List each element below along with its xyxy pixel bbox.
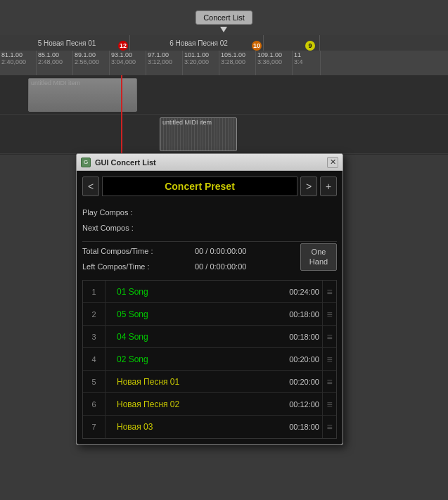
song-row[interactable]: 7Новая 0300:18:00≡ <box>83 416 336 438</box>
ruler-mark-8: 109.1.00 3:36,000 <box>256 51 293 75</box>
concert-list-button[interactable]: Concert List <box>196 11 252 25</box>
song-list: 101 Song00:24:00≡205 Song00:18:00≡304 So… <box>82 280 337 439</box>
ruler-mark-3: 89.1.00 2:56,000 <box>73 51 110 75</box>
ruler-mark-9: 11 3:4 <box>293 51 321 75</box>
total-compos-value: 00 / 0:00:00:00 <box>195 247 246 255</box>
song-handle-icon[interactable]: ≡ <box>322 371 336 392</box>
next-compos-row: Next Compos : <box>82 220 337 236</box>
song-color-bar <box>105 393 111 415</box>
preset-name: Concert Preset <box>165 181 235 192</box>
song-name: Новая 03 <box>114 422 273 432</box>
prev-preset-button[interactable]: < <box>82 177 99 196</box>
play-compos-row: Play Compos : <box>82 205 337 220</box>
add-preset-button[interactable]: + <box>320 177 337 196</box>
song-color-bar <box>105 416 111 438</box>
modal-content: < Concert Preset > + Play Compos : Next … <box>77 171 343 444</box>
song-number: 7 <box>83 416 105 438</box>
song-name: 02 Song <box>114 354 273 364</box>
modal-icon: G <box>81 158 91 167</box>
ruler-mark-2: 85.1.00 2:48,000 <box>37 51 73 75</box>
song-name: Новая Песня 01 <box>114 377 273 387</box>
total-compos-label: Total Compos/Time : <box>82 247 195 255</box>
song-handle-icon[interactable]: ≡ <box>322 348 336 370</box>
song-number: 5 <box>83 371 105 392</box>
song-color-bar <box>105 326 111 347</box>
ruler-mark-5: 97.1.00 3:12,000 <box>146 51 183 75</box>
song-row[interactable]: 6Новая Песня 0200:12:00≡ <box>83 393 336 416</box>
song-row[interactable]: 101 Song00:24:00≡ <box>83 281 336 303</box>
left-compos-label: Left Compos/Time : <box>82 262 195 271</box>
midi-track-row-1: untitled MIDI item <box>0 75 448 115</box>
song-number: 2 <box>83 303 105 325</box>
preset-name-box: Concert Preset <box>102 177 297 196</box>
song-handle-icon[interactable]: ≡ <box>322 416 336 438</box>
left-compos-value: 00 / 0:00:00:00 <box>195 262 246 271</box>
song-number: 1 <box>83 281 105 302</box>
song-time: 00:18:00 <box>273 333 322 341</box>
stats-left: Total Compos/Time : 00 / 0:00:00:00 Left… <box>82 243 295 274</box>
next-compos-label: Next Compos : <box>82 224 195 232</box>
song-time: 00:18:00 <box>273 423 322 431</box>
concert-list-modal: G GUI Concert List ✕ < Concert Preset > … <box>76 153 343 445</box>
song-color-bar <box>105 303 111 325</box>
song-time: 00:24:00 <box>273 288 322 296</box>
song-number: 3 <box>83 326 105 347</box>
modal-title: GUI Concert List <box>95 158 327 167</box>
play-compos-section: Play Compos : Next Compos : <box>82 202 337 238</box>
next-preset-button[interactable]: > <box>300 177 317 196</box>
song-color-bar <box>105 348 111 370</box>
ruler-mark-4: 93.1.00 3:04,000 <box>110 51 146 75</box>
total-compos-row: Total Compos/Time : 00 / 0:00:00:00 <box>82 243 295 259</box>
ruler: 81.1.00 2:40,000 85.1.00 2:48,000 89.1.0… <box>0 51 448 75</box>
song-number: 6 <box>83 393 105 415</box>
midi-item-2[interactable]: untitled MIDI item <box>160 117 237 151</box>
song-row[interactable]: 5Новая Песня 0100:20:00≡ <box>83 371 336 393</box>
track-header-1: 5 Новая Песня 01 12 <box>0 35 130 51</box>
song-color-bar <box>105 281 111 302</box>
track-badge-3: 9 <box>305 41 315 51</box>
preset-nav: < Concert Preset > + <box>82 177 337 196</box>
playhead-line-2 <box>121 115 122 154</box>
track-area: 5 Новая Песня 01 12 6 Новая Песня 02 10 … <box>0 35 448 155</box>
modal-close-button[interactable]: ✕ <box>327 157 338 168</box>
modal-titlebar[interactable]: G GUI Concert List ✕ <box>77 154 343 171</box>
ruler-mark-1: 81.1.00 2:40,000 <box>0 51 37 75</box>
track-badge-2: 10 <box>252 41 262 51</box>
song-row[interactable]: 402 Song00:20:00≡ <box>83 348 336 371</box>
song-number: 4 <box>83 348 105 370</box>
song-row[interactable]: 205 Song00:18:00≡ <box>83 303 336 326</box>
song-time: 00:12:00 <box>273 400 322 409</box>
cursor-indicator <box>220 27 227 32</box>
one-hand-button[interactable]: OneHand <box>300 243 337 271</box>
track-header-row: 5 Новая Песня 01 12 6 Новая Песня 02 10 … <box>0 35 448 51</box>
song-name: 05 Song <box>114 309 273 319</box>
ruler-mark-6: 101.1.00 3:20,000 <box>183 51 219 75</box>
ruler-mark-7: 105.1.00 3:28,000 <box>219 51 256 75</box>
song-time: 00:18:00 <box>273 310 322 319</box>
playhead-line-1 <box>121 75 122 115</box>
song-handle-icon[interactable]: ≡ <box>322 281 336 302</box>
song-row[interactable]: 304 Song00:18:00≡ <box>83 326 336 348</box>
concert-list-label: Concert List <box>203 13 245 22</box>
track-header-3: 9 <box>264 35 320 51</box>
song-handle-icon[interactable]: ≡ <box>322 326 336 347</box>
song-handle-icon[interactable]: ≡ <box>322 303 336 325</box>
track-badge-1: 12 <box>118 41 128 51</box>
song-color-bar <box>105 371 111 392</box>
divider-1 <box>82 241 337 242</box>
midi-area: untitled MIDI item untitled MIDI item <box>0 75 448 155</box>
song-name: Новая Песня 02 <box>114 399 273 409</box>
daw-toolbar: Concert List <box>0 0 448 35</box>
song-name: 01 Song <box>114 287 273 297</box>
song-time: 00:20:00 <box>273 355 322 364</box>
song-name: 04 Song <box>114 332 273 342</box>
midi-track-row-2: untitled MIDI item <box>0 115 448 154</box>
stats-section: Total Compos/Time : 00 / 0:00:00:00 Left… <box>82 243 337 274</box>
play-compos-label: Play Compos : <box>82 208 195 217</box>
song-time: 00:20:00 <box>273 378 322 386</box>
left-compos-row: Left Compos/Time : 00 / 0:00:00:00 <box>82 259 295 274</box>
song-handle-icon[interactable]: ≡ <box>322 393 336 415</box>
track-header-2: 6 Новая Песня 02 10 <box>130 35 264 51</box>
